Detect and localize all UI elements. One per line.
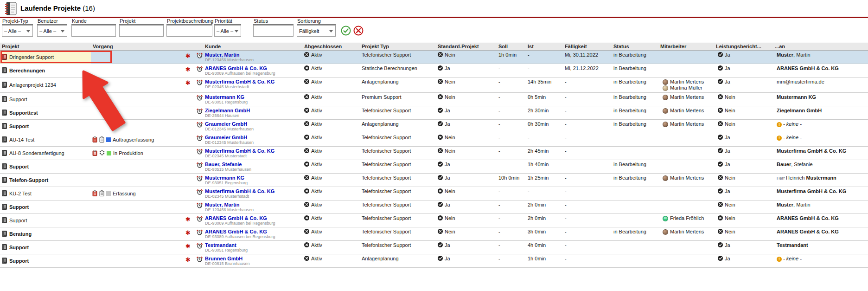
customer-link[interactable]: ARANES GmbH & Co. KG (205, 229, 267, 234)
column-header[interactable]: Standard-Projekt (436, 43, 497, 50)
table-row[interactable]: Support✱TestmandantDE-93051 RegensburgAk… (0, 241, 868, 254)
project-cell[interactable]: KU-2 Test (0, 187, 91, 200)
customer-link[interactable]: Bauer, Stefanie (205, 162, 242, 167)
customer-link[interactable]: Graumeier GmbH (205, 121, 247, 127)
project-cell[interactable]: Dringender Support (0, 51, 91, 64)
column-header[interactable]: Fälligkeit (563, 43, 612, 50)
customer-cell[interactable]: Graumeier GmbHDE-012345 Musterhausen (195, 133, 302, 146)
customer-link[interactable]: ARANES GmbH & Co. KG (205, 65, 267, 71)
table-row[interactable]: SupportBauer, StefanieDE-93515 Musterhau… (0, 160, 868, 174)
customer-cell[interactable]: Mustermann KGDE-93051 Regensburg (195, 93, 302, 106)
project-cell[interactable]: Anlagenprojekt 1234 (0, 78, 91, 92)
column-header[interactable]: Leistungsbericht... (714, 43, 773, 50)
project-cell[interactable]: Support (0, 200, 91, 213)
customer-cell[interactable]: Ziegelmann GmbHDE-25644 Hausen (195, 106, 302, 119)
project-cell[interactable]: Support (0, 160, 91, 173)
prioritaet-select[interactable]: – Alle – (214, 25, 241, 37)
project-icon (2, 150, 7, 157)
table-row[interactable]: Telefon-SupportMustermann KGDE-93051 Reg… (0, 174, 868, 187)
column-header[interactable]: Projekt Typ (360, 43, 436, 50)
customer-link[interactable]: Testmandant (205, 242, 236, 248)
column-header[interactable]: Vorgang (91, 43, 184, 50)
project-cell[interactable]: Beratung (0, 227, 91, 240)
abgeschlossen-cell: Aktiv (302, 254, 360, 267)
column-header[interactable] (184, 43, 195, 50)
table-row[interactable]: Dringender Support✱Muster, MartinDE-1234… (0, 51, 868, 64)
table-row[interactable]: SupporttestZiegelmann GmbHDE-25644 Hause… (0, 106, 868, 120)
table-row[interactable]: AU-8 SonderanfertigungIn ProduktionMuste… (0, 147, 868, 160)
projekt-input[interactable] (119, 25, 164, 37)
table-row[interactable]: Support✱ARANES GmbH & Co. KGDE-93089 Auf… (0, 214, 868, 227)
customer-link[interactable]: Graumeier GmbH (205, 135, 247, 140)
kunde-input[interactable] (71, 25, 116, 37)
customer-cell[interactable]: Graumeier GmbHDE-012345 Musterhausen (195, 120, 302, 133)
customer-link[interactable]: Muster, Martin (205, 52, 240, 58)
customer-cell[interactable]: Musterfirma GmbH & Co. KGDE-02345 Muster… (195, 147, 302, 160)
projekt-typ-select[interactable]: – Alle – (2, 25, 33, 37)
column-header[interactable]: ...an (773, 43, 868, 50)
column-header[interactable]: Status (612, 43, 658, 50)
project-cell[interactable]: Telefon-Support (0, 174, 91, 187)
table-row[interactable]: AU-14 TestAuftragserfassungGraumeier Gmb… (0, 133, 868, 147)
table-row[interactable]: SupportMuster, MartinDE-123456 Musterhau… (0, 200, 868, 214)
column-header[interactable]: Ist (526, 43, 563, 50)
table-row[interactable]: Support✱Brunnen GmbHDE-00815 Brunnhausen… (0, 254, 868, 268)
customer-cell[interactable]: Mustermann KGDE-93051 Regensburg (195, 174, 302, 187)
customer-link[interactable]: ARANES GmbH & Co. KG (205, 215, 267, 221)
project-cell[interactable]: Support (0, 93, 91, 106)
priority-flag-cell (184, 133, 195, 146)
table-row[interactable]: SupportMustermann KGDE-93051 RegensburgA… (0, 93, 868, 106)
customer-link[interactable]: Ziegelmann GmbH (205, 108, 250, 113)
customer-cell[interactable]: Bauer, StefanieDE-93515 Musterhausen (195, 160, 302, 173)
column-header[interactable]: Mitarbeiter (658, 43, 714, 50)
customer-cell[interactable]: Muster, MartinDE-123456 Musterhausen (195, 200, 302, 213)
customer-link[interactable]: Muster, Martin (205, 202, 240, 207)
project-cell[interactable]: Support (0, 120, 91, 133)
customer-cell[interactable]: Musterfirma GmbH & Co. KGDE-02345 Muster… (195, 187, 302, 200)
customer-cell[interactable]: ARANES GmbH & Co. KGDE-93089 Aufhausen b… (195, 214, 302, 227)
table-row[interactable]: SupportGraumeier GmbHDE-012345 Musterhau… (0, 120, 868, 133)
column-header[interactable]: Kunde (195, 43, 302, 50)
customer-link[interactable]: Musterfirma GmbH & Co. KG (205, 148, 274, 154)
customer-link[interactable]: Mustermann KG (205, 175, 244, 181)
benutzer-select[interactable]: – Alle – (37, 25, 67, 37)
alarm-clock-icon (197, 243, 203, 250)
sortierung-select[interactable]: Fälligkeit (297, 25, 336, 37)
customer-link[interactable]: Brunnen GmbH (205, 256, 243, 261)
vorgang-cell[interactable]: Auftragserfassung (91, 133, 184, 146)
customer-link[interactable]: Musterfirma GmbH & Co. KG (205, 188, 274, 194)
leistung-text: Ja (725, 256, 730, 261)
customer-link[interactable]: Musterfirma GmbH & Co. KG (205, 79, 274, 84)
an-text: , Martin (793, 202, 811, 207)
filter-label: Projekt-Typ (2, 18, 33, 25)
project-cell[interactable]: Support (0, 241, 91, 254)
table-row[interactable]: Beratung✱ARANES GmbH & Co. KGDE-93089 Au… (0, 227, 868, 241)
apply-filter-button[interactable] (341, 26, 351, 36)
customer-cell[interactable]: TestmandantDE-93051 Regensburg (195, 241, 302, 254)
projektbeschreibung-input[interactable] (166, 25, 212, 37)
column-header[interactable]: Abgeschlossen (302, 43, 360, 50)
reset-filter-button[interactable] (353, 26, 364, 36)
table-row[interactable]: Anlagenprojekt 1234✱Musterfirma GmbH & C… (0, 78, 868, 93)
project-icon (2, 217, 7, 224)
customer-cell[interactable]: ARANES GmbH & Co. KGDE-93089 Aufhausen b… (195, 227, 302, 240)
customer-cell[interactable]: Musterfirma GmbH & Co. KGDE-02345 Muster… (195, 78, 302, 92)
project-cell[interactable]: Supporttest (0, 106, 91, 119)
project-cell[interactable]: AU-8 Sonderanfertigung (0, 147, 91, 160)
table-row[interactable]: KU-2 TestErfassungMusterfirma GmbH & Co.… (0, 187, 868, 200)
customer-link[interactable]: Mustermann KG (205, 94, 244, 100)
table-row[interactable]: Berechnungen✱ARANES GmbH & Co. KGDE-9308… (0, 64, 868, 78)
abgeschlossen-cell: Aktiv (302, 106, 360, 119)
customer-cell[interactable]: Muster, MartinDE-123456 Musterhausen (195, 51, 302, 64)
column-header[interactable]: Projekt (0, 43, 91, 50)
vorgang-cell[interactable]: In Produktion (91, 147, 184, 160)
column-header[interactable]: Soll (497, 43, 526, 50)
vorgang-cell[interactable]: Erfassung (91, 187, 184, 200)
project-cell[interactable]: Berechnungen (0, 64, 91, 77)
customer-cell[interactable]: Brunnen GmbHDE-00815 Brunnhausen (195, 254, 302, 267)
project-cell[interactable]: Support (0, 254, 91, 267)
project-cell[interactable]: AU-14 Test (0, 133, 91, 146)
customer-cell[interactable]: ARANES GmbH & Co. KGDE-93089 Aufhausen b… (195, 64, 302, 77)
status-input[interactable] (253, 25, 294, 37)
project-cell[interactable]: Support (0, 214, 91, 227)
